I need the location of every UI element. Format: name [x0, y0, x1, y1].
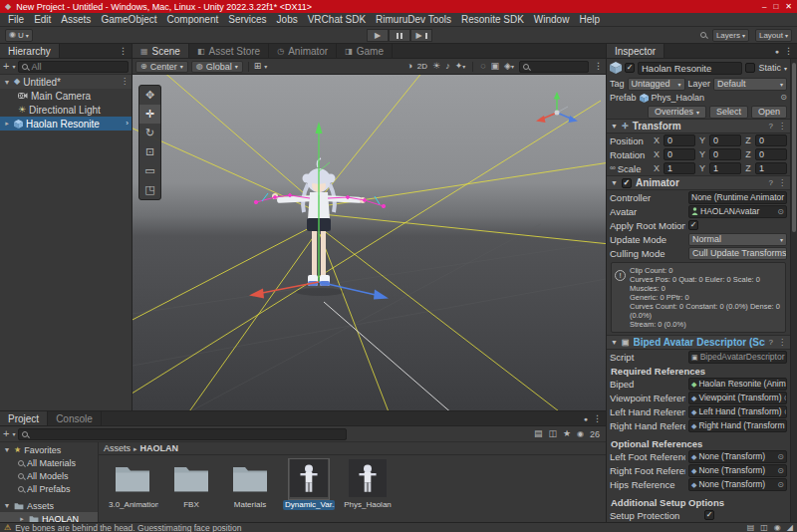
prefab-name[interactable]: Phys_Haolan — [652, 93, 705, 103]
rotation-y-input[interactable]: 0 — [709, 148, 741, 160]
collapse-arrow-icon[interactable]: ▼ — [3, 79, 11, 86]
expand-arrow-icon[interactable]: ▸ — [3, 120, 11, 128]
chevron-down-icon[interactable]: ▾ — [12, 431, 15, 437]
grid-snap-icon[interactable]: ⊞ — [254, 62, 262, 71]
menu-window[interactable]: Window — [529, 14, 575, 25]
hierarchy-search-input[interactable]: All — [18, 61, 129, 73]
favorites-header-row[interactable]: ▼ ★ Favorites — [0, 443, 98, 456]
hierarchy-item-main-camera[interactable]: Main Camera — [0, 89, 132, 103]
asset-prefab-dynamic-var[interactable]: Dynamic_Var... — [283, 459, 335, 510]
select-button[interactable]: Select — [709, 106, 748, 119]
static-checkbox[interactable] — [745, 63, 755, 73]
asset-folder-fbx[interactable]: FBX — [165, 459, 217, 510]
favorite-all-materials[interactable]: All Materials — [0, 456, 98, 469]
resize-grip-icon[interactable]: ◢ — [787, 524, 793, 532]
help-icon[interactable]: ? — [769, 122, 773, 131]
animator-enabled-checkbox[interactable]: ✓ — [622, 178, 632, 188]
search-by-type-icon[interactable]: ▤ — [534, 429, 543, 438]
foldout-arrow-icon[interactable]: ▼ — [611, 339, 618, 346]
hierarchy-item-directional-light[interactable]: ☀ Directional Light — [0, 103, 132, 117]
activity-icon[interactable]: ◉ — [774, 524, 781, 532]
link-scale-icon[interactable]: ∞ — [610, 164, 616, 172]
menu-rimurudev-tools[interactable]: RimuruDev Tools — [371, 14, 456, 25]
scale-x-input[interactable]: 1 — [664, 162, 695, 174]
tab-inspector[interactable]: Inspector — [607, 44, 664, 58]
position-x-input[interactable]: 0 — [664, 134, 695, 146]
overrides-button[interactable]: Overrides▾ — [648, 106, 706, 119]
breadcrumb-assets[interactable]: Assets — [104, 443, 131, 453]
position-z-input[interactable]: 0 — [755, 134, 787, 146]
hierarchy-item-haolan-resonite[interactable]: ▸ Haolan Resonite › — [0, 117, 132, 131]
effects-dropdown-icon[interactable]: ✦▾ — [455, 62, 466, 71]
asset-prefab-phys-haolan[interactable]: Phys_Haolan — [342, 459, 394, 510]
move-tool-button[interactable]: ✛ — [139, 105, 160, 124]
object-picker-icon[interactable]: ⊙ — [777, 452, 784, 461]
inspector-scrollbar[interactable] — [790, 59, 797, 523]
tab-console[interactable]: Console — [48, 411, 102, 425]
scale-tool-button[interactable]: ⊡ — [139, 142, 160, 161]
search-icon[interactable] — [700, 32, 706, 38]
menu-file[interactable]: File — [3, 14, 29, 25]
foldout-arrow-icon[interactable]: ▼ — [611, 123, 618, 130]
gameobject-name-field[interactable]: Haolan Resonite — [638, 62, 742, 75]
layer-dropdown[interactable]: Default▾ — [713, 78, 787, 91]
apply-root-motion-checkbox[interactable]: ✓ — [688, 220, 698, 230]
tree-folder-haolan[interactable]: ▸ HAOLAN — [0, 512, 98, 522]
tab-scene[interactable]: ▦Scene — [133, 44, 189, 58]
object-picker-icon[interactable]: ⊙ — [777, 207, 784, 216]
space-dropdown[interactable]: ◍Global▾ — [191, 61, 243, 73]
open-button[interactable]: Open — [751, 106, 787, 119]
shaded-mode-icon[interactable]: ◑ — [406, 62, 411, 71]
viewpoint-object-field[interactable]: ◆ Viewpoint (Transform) ⊙ — [688, 392, 787, 404]
rotation-x-input[interactable]: 0 — [664, 148, 695, 160]
setup-protection-checkbox[interactable]: ✓ — [704, 510, 714, 520]
favorites-toggle-icon[interactable]: ★ — [563, 429, 571, 438]
lighting-toggle-icon[interactable]: ☀ — [432, 62, 440, 71]
panel-menu-icon[interactable]: ⋮ — [593, 414, 602, 423]
prefab-picker-icon[interactable]: ⊙ — [780, 94, 787, 102]
layout-grid-icon[interactable]: ▤ — [747, 524, 755, 532]
maximize-button[interactable]: □ — [773, 2, 778, 11]
2d-toggle[interactable]: 2D — [417, 62, 427, 71]
update-mode-dropdown[interactable]: Normal▾ — [688, 233, 787, 246]
context-menu-icon[interactable]: ⋮ — [778, 178, 786, 187]
hips-object-field[interactable]: ◆ None (Transform) ⊙ — [688, 478, 787, 491]
favorite-all-models[interactable]: All Models — [0, 469, 98, 482]
add-icon[interactable]: + — [3, 61, 9, 72]
left-foot-object-field[interactable]: ◆ None (Transform) ⊙ — [688, 450, 787, 463]
tab-asset-store[interactable]: ◧Asset Store — [189, 44, 269, 58]
animator-component-header[interactable]: ▼ ✓ Animator ?⋮ — [607, 175, 790, 190]
scale-y-input[interactable]: 1 — [709, 162, 741, 174]
minimize-button[interactable]: – — [762, 2, 766, 11]
help-icon[interactable]: ? — [769, 338, 773, 347]
menu-help[interactable]: Help — [574, 14, 605, 25]
transform-component-header[interactable]: ▼ ✛ Transform ?⋮ — [607, 119, 790, 133]
biped-descriptor-header[interactable]: ▼ ▣ Biped Avatar Descriptor (Script ?⋮ — [607, 335, 790, 350]
context-menu-icon[interactable]: ⋮ — [778, 338, 786, 347]
context-menu-icon[interactable]: ⋮ — [778, 122, 786, 131]
help-icon[interactable]: ? — [769, 178, 773, 187]
tag-dropdown[interactable]: Untagged▾ — [628, 78, 685, 91]
prefab-open-arrow-icon[interactable]: › — [126, 120, 129, 128]
lock-icon[interactable]: ● — [584, 415, 588, 422]
tab-hierarchy[interactable]: Hierarchy — [0, 44, 60, 58]
layout-dropdown[interactable]: Layout▾ — [755, 29, 792, 42]
scene-search-input[interactable] — [519, 61, 589, 73]
play-button[interactable]: ▶ — [367, 29, 389, 42]
transform-tool-button[interactable]: ◳ — [139, 180, 160, 199]
pause-button[interactable] — [389, 29, 410, 42]
chevron-down-icon[interactable]: ▾ — [12, 64, 15, 70]
right-foot-object-field[interactable]: ◆ None (Transform) ⊙ — [688, 464, 787, 477]
project-search-input[interactable] — [18, 428, 347, 440]
object-picker-icon[interactable]: ⊙ — [784, 407, 787, 416]
menu-assets[interactable]: Assets — [56, 14, 96, 25]
asset-folder-materials[interactable]: Materials — [224, 459, 276, 510]
script-object-field[interactable]: ▣ BipedAvatarDescriptor ⊙ — [688, 351, 787, 364]
breadcrumb-current[interactable]: HAOLAN — [140, 443, 179, 453]
rect-tool-button[interactable]: ▭ — [139, 161, 160, 180]
gizmos-dropdown-icon[interactable]: ◈▾ — [504, 62, 514, 71]
menu-resonite-sdk[interactable]: Resonite SDK — [456, 14, 529, 25]
snap-dropdown-icon[interactable]: ▾ — [264, 64, 267, 70]
panel-menu-icon[interactable]: ⋮ — [784, 47, 793, 56]
active-checkbox[interactable]: ✓ — [625, 63, 635, 73]
